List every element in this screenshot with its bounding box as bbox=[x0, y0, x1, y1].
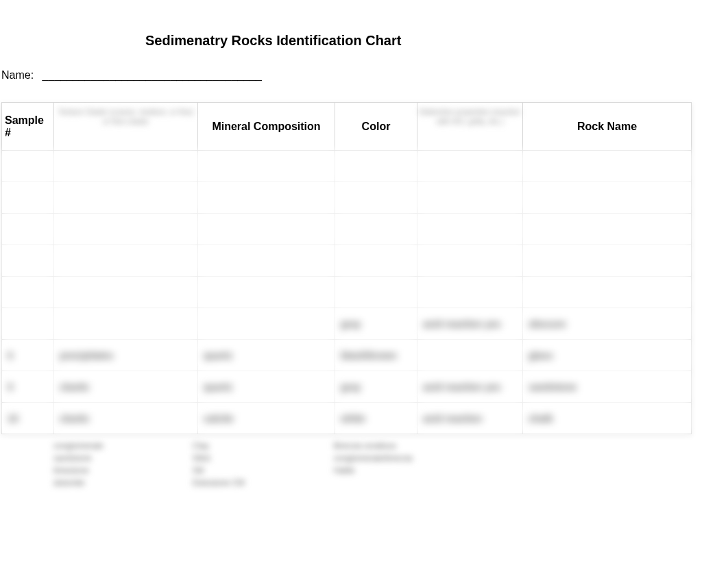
cell-color[interactable]: black/brown bbox=[335, 340, 417, 371]
name-field-row: Name: __________________________________… bbox=[0, 49, 728, 82]
footer-notes: conglomerate sandstone limestone dolomit… bbox=[1, 434, 727, 489]
cell-rockname[interactable] bbox=[523, 277, 692, 308]
cell-rockname[interactable] bbox=[523, 182, 692, 214]
cell-texture[interactable] bbox=[54, 245, 198, 277]
cell-sample[interactable] bbox=[2, 245, 54, 277]
table-header-row: Sample # Texture Clastic (coarse, medium… bbox=[2, 103, 692, 151]
cell-color[interactable] bbox=[335, 214, 417, 245]
table-row bbox=[2, 151, 692, 182]
cell-color[interactable] bbox=[335, 245, 417, 277]
cell-sample[interactable] bbox=[2, 214, 54, 245]
table-row bbox=[2, 277, 692, 308]
cell-mineral[interactable]: quartz bbox=[198, 371, 335, 403]
header-rockname: Rock Name bbox=[523, 103, 692, 151]
cell-distinct[interactable]: acid reaction bbox=[417, 403, 523, 434]
cell-sample[interactable] bbox=[2, 308, 54, 340]
cell-texture[interactable] bbox=[54, 182, 198, 214]
cell-distinct[interactable] bbox=[417, 277, 523, 308]
cell-color[interactable] bbox=[335, 151, 417, 182]
page-title: Sedimenatry Rocks Identification Chart bbox=[0, 0, 728, 49]
cell-texture[interactable] bbox=[54, 277, 198, 308]
identification-table: Sample # Texture Clastic (coarse, medium… bbox=[1, 102, 692, 434]
table-row bbox=[2, 182, 692, 214]
cell-distinct[interactable]: acid reaction yes bbox=[417, 308, 523, 340]
cell-mineral[interactable] bbox=[198, 245, 335, 277]
cell-color[interactable] bbox=[335, 277, 417, 308]
name-label: Name: bbox=[1, 69, 34, 82]
cell-texture[interactable]: precipitates bbox=[54, 340, 198, 371]
cell-mineral[interactable]: calcite bbox=[198, 403, 335, 434]
cell-color[interactable] bbox=[335, 182, 417, 214]
cell-color[interactable]: white bbox=[335, 403, 417, 434]
table-row: gray acid reaction yes obscure bbox=[2, 308, 692, 340]
cell-texture[interactable] bbox=[54, 151, 198, 182]
table-row: 6 precipitates quartz black/brown glass bbox=[2, 340, 692, 371]
header-mineral: Mineral Composition bbox=[198, 103, 335, 151]
table-body: gray acid reaction yes obscure 6 precipi… bbox=[2, 151, 692, 434]
cell-mineral[interactable] bbox=[198, 277, 335, 308]
cell-distinct[interactable] bbox=[417, 340, 523, 371]
cell-sample[interactable]: 9 bbox=[2, 371, 54, 403]
header-texture: Texture Clastic (coarse, medium, or fine… bbox=[54, 103, 198, 151]
cell-color[interactable]: gray bbox=[335, 371, 417, 403]
cell-rockname[interactable]: obscure bbox=[523, 308, 692, 340]
cell-texture[interactable] bbox=[54, 214, 198, 245]
cell-distinct[interactable] bbox=[417, 245, 523, 277]
table-wrapper: Sample # Texture Clastic (coarse, medium… bbox=[0, 102, 728, 489]
footer-col-3: Breccia coralious conglomerate/breccia H… bbox=[334, 440, 413, 489]
cell-mineral[interactable]: quartz bbox=[198, 340, 335, 371]
header-color: Color bbox=[335, 103, 417, 151]
cell-sample[interactable]: 6 bbox=[2, 340, 54, 371]
cell-texture[interactable]: clastic bbox=[54, 403, 198, 434]
cell-sample[interactable] bbox=[2, 182, 54, 214]
cell-distinct[interactable] bbox=[417, 151, 523, 182]
footer-col-2: Clay Siltst Silt Dolostone CM bbox=[193, 440, 245, 489]
cell-texture[interactable]: clastic bbox=[54, 371, 198, 403]
header-distinct: Distinctive properties (reaction with HC… bbox=[417, 103, 523, 151]
cell-sample[interactable] bbox=[2, 277, 54, 308]
cell-rockname[interactable] bbox=[523, 214, 692, 245]
cell-sample[interactable]: 10 bbox=[2, 403, 54, 434]
cell-mineral[interactable] bbox=[198, 182, 335, 214]
cell-color[interactable]: gray bbox=[335, 308, 417, 340]
table-row: 9 clastic quartz gray acid reaction yes … bbox=[2, 371, 692, 403]
cell-mineral[interactable] bbox=[198, 214, 335, 245]
cell-mineral[interactable] bbox=[198, 308, 335, 340]
header-sample: Sample # bbox=[2, 103, 54, 151]
cell-rockname[interactable]: glass bbox=[523, 340, 692, 371]
cell-rockname[interactable]: chalk bbox=[523, 403, 692, 434]
cell-rockname[interactable] bbox=[523, 151, 692, 182]
table-row bbox=[2, 245, 692, 277]
cell-mineral[interactable] bbox=[198, 151, 335, 182]
table-row bbox=[2, 214, 692, 245]
cell-rockname[interactable] bbox=[523, 245, 692, 277]
cell-distinct[interactable] bbox=[417, 182, 523, 214]
cell-distinct[interactable]: acid reaction yes bbox=[417, 371, 523, 403]
name-blank-line[interactable]: ____________________________________ bbox=[43, 69, 262, 82]
cell-sample[interactable] bbox=[2, 151, 54, 182]
footer-col-1: conglomerate sandstone limestone dolomit… bbox=[53, 440, 104, 489]
cell-texture[interactable] bbox=[54, 308, 198, 340]
cell-rockname[interactable]: sandstone bbox=[523, 371, 692, 403]
table-row: 10 clastic calcite white acid reaction c… bbox=[2, 403, 692, 434]
cell-distinct[interactable] bbox=[417, 214, 523, 245]
